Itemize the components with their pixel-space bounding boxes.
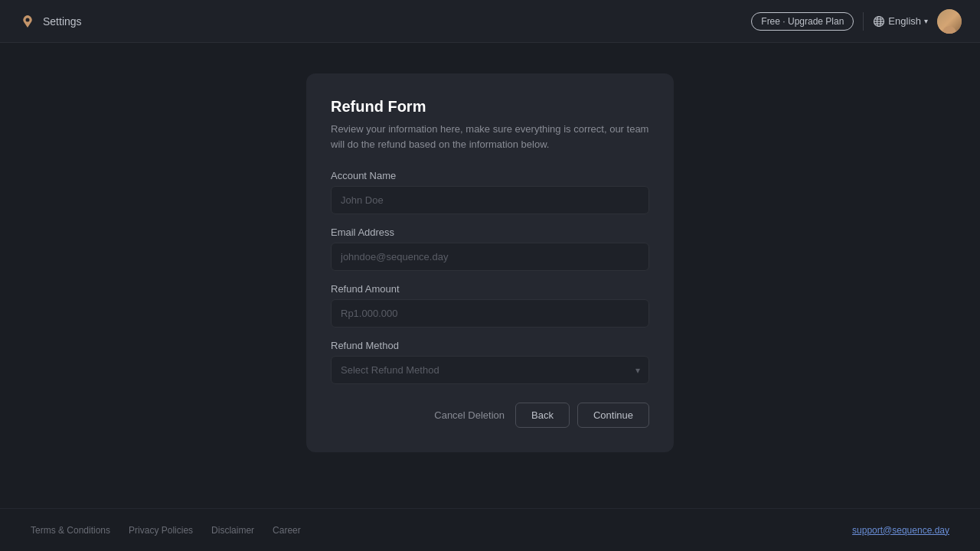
refund-method-select[interactable]: Select Refund Method Bank Transfer Credi… bbox=[331, 356, 649, 384]
refund-method-label: Refund Method bbox=[331, 340, 649, 351]
refund-amount-input[interactable] bbox=[331, 299, 649, 328]
back-button[interactable]: Back bbox=[515, 403, 570, 428]
footer-privacy-link[interactable]: Privacy Policies bbox=[129, 525, 193, 536]
account-name-label: Account Name bbox=[331, 170, 649, 181]
email-address-group: Email Address bbox=[331, 227, 649, 271]
form-description: Review your information here, make sure … bbox=[331, 122, 649, 152]
main-content: Refund Form Review your information here… bbox=[0, 43, 980, 508]
form-actions: Cancel Deletion Back Continue bbox=[331, 403, 649, 428]
header-divider bbox=[863, 12, 864, 31]
upgrade-button[interactable]: Free · Upgrade Plan bbox=[751, 12, 854, 31]
footer-career-link[interactable]: Career bbox=[273, 525, 301, 536]
language-label: English bbox=[888, 15, 921, 27]
footer-terms-link[interactable]: Terms & Conditions bbox=[31, 525, 110, 536]
header: Settings Free · Upgrade Plan English ▾ bbox=[0, 0, 980, 43]
email-address-label: Email Address bbox=[331, 227, 649, 238]
cancel-deletion-button[interactable]: Cancel Deletion bbox=[431, 403, 508, 427]
header-left: Settings bbox=[18, 12, 82, 31]
refund-method-group: Refund Method Select Refund Method Bank … bbox=[331, 340, 649, 384]
header-right: Free · Upgrade Plan English ▾ bbox=[751, 9, 962, 34]
continue-button[interactable]: Continue bbox=[577, 403, 649, 428]
avatar[interactable] bbox=[937, 9, 962, 34]
globe-icon bbox=[873, 15, 885, 28]
language-selector[interactable]: English ▾ bbox=[873, 15, 928, 28]
footer-links: Terms & Conditions Privacy Policies Disc… bbox=[31, 525, 301, 536]
footer: Terms & Conditions Privacy Policies Disc… bbox=[0, 508, 980, 551]
account-name-input[interactable] bbox=[331, 186, 649, 214]
account-name-group: Account Name bbox=[331, 170, 649, 214]
avatar-image bbox=[937, 9, 962, 34]
refund-amount-label: Refund Amount bbox=[331, 283, 649, 295]
app-title: Settings bbox=[43, 15, 82, 28]
refund-amount-group: Refund Amount bbox=[331, 283, 649, 328]
footer-disclaimer-link[interactable]: Disclaimer bbox=[211, 525, 254, 536]
svg-point-0 bbox=[26, 18, 30, 21]
email-address-input[interactable] bbox=[331, 243, 649, 271]
footer-support-email[interactable]: support@sequence.day bbox=[852, 525, 949, 536]
refund-method-wrapper: Select Refund Method Bank Transfer Credi… bbox=[331, 356, 649, 384]
refund-form-card: Refund Form Review your information here… bbox=[306, 73, 674, 452]
logo-icon bbox=[18, 12, 37, 31]
chevron-down-icon: ▾ bbox=[924, 17, 928, 25]
form-title: Refund Form bbox=[331, 98, 649, 116]
